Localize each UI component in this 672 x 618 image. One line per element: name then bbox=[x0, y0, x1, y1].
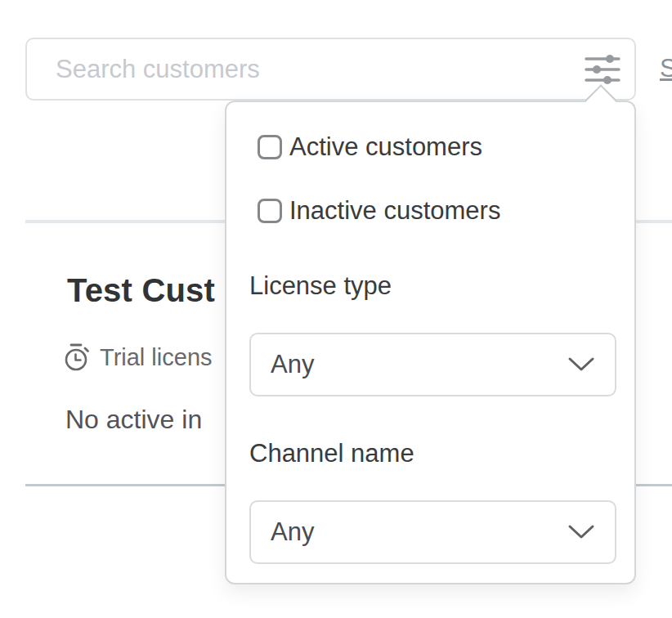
license-type-label: License type bbox=[249, 271, 392, 301]
stopwatch-icon bbox=[62, 342, 92, 373]
channel-name-label: Channel name bbox=[249, 439, 414, 468]
license-badge: Trial licens bbox=[62, 342, 213, 373]
customers-page: Test Cust Trial licens No active in bbox=[0, 0, 672, 618]
sliders-icon bbox=[585, 53, 620, 86]
chevron-down-icon bbox=[567, 356, 595, 373]
channel-name-select-value: Any bbox=[251, 517, 567, 547]
search-input[interactable] bbox=[27, 39, 577, 99]
customer-card: Test Cust Trial licens No active in bbox=[0, 229, 226, 474]
checkbox-label: Active customers bbox=[289, 132, 482, 162]
customer-status-text: No active in bbox=[65, 405, 202, 435]
license-type-select[interactable]: Any bbox=[249, 333, 616, 396]
channel-name-select[interactable]: Any bbox=[249, 500, 616, 564]
license-type-select-value: Any bbox=[251, 350, 567, 379]
license-type-text: Trial licens bbox=[100, 344, 213, 371]
clipped-link[interactable]: S bbox=[660, 54, 672, 83]
active-customers-option[interactable]: Active customers bbox=[258, 132, 482, 162]
chevron-down-icon bbox=[567, 524, 595, 540]
filter-popover: Active customers Inactive customers Lice… bbox=[225, 101, 636, 584]
active-customers-checkbox[interactable] bbox=[258, 135, 282, 159]
search-bar bbox=[25, 38, 636, 101]
inactive-customers-checkbox[interactable] bbox=[258, 199, 282, 223]
customer-title: Test Cust bbox=[67, 272, 215, 309]
inactive-customers-option[interactable]: Inactive customers bbox=[258, 196, 500, 226]
checkbox-label: Inactive customers bbox=[289, 196, 500, 226]
